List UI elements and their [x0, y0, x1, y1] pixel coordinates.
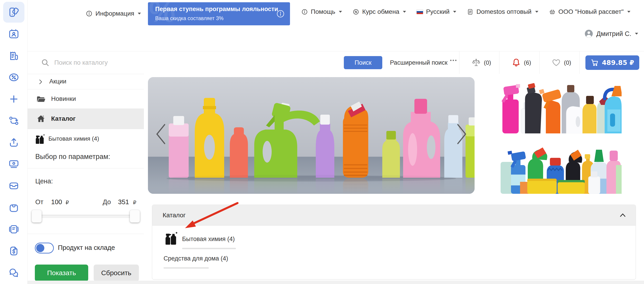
collapse-chevron-icon[interactable] — [620, 213, 626, 217]
household-chemicals-icon — [165, 231, 178, 246]
sidebar-item-label: Новинки — [51, 95, 76, 102]
divider — [539, 51, 540, 74]
sidebar-item-new[interactable]: Новинки — [28, 89, 144, 109]
sidebar-item-catalog[interactable]: Каталог — [28, 109, 144, 129]
reset-button[interactable]: Сбросить — [94, 264, 139, 281]
price-label: Цена: — [35, 178, 53, 185]
category-sidebar: Акции Новинки Каталог Бытовая химия (4) … — [28, 74, 144, 284]
price-slider-track[interactable] — [32, 215, 139, 218]
user-menu[interactable]: Дмитрий С. — [584, 29, 638, 38]
more-dots-icon — [450, 60, 456, 61]
banner-info-icon[interactable] — [276, 9, 285, 18]
receipt-icon — [8, 50, 20, 62]
cart-icon — [590, 58, 599, 67]
favorites-count: (0) — [564, 59, 571, 66]
search-button[interactable]: Поиск — [344, 56, 382, 69]
home-icon — [36, 114, 46, 124]
plus-icon — [8, 93, 20, 105]
compare-counter[interactable]: (0) — [463, 51, 499, 74]
nav-label: Помощь — [311, 8, 335, 16]
advanced-search-link[interactable]: Расширенный поиск — [390, 51, 456, 74]
notifications-count: (6) — [524, 59, 531, 66]
chevron-down-icon — [403, 11, 406, 13]
nav-item-pricelist[interactable]: Domestos оптовый — [467, 8, 538, 16]
nav-item-help[interactable]: Помощь — [301, 8, 342, 16]
banknote-icon — [8, 158, 20, 170]
document-icon — [467, 8, 474, 16]
upload-icon — [8, 136, 20, 148]
rail-item-billing[interactable] — [0, 240, 28, 262]
shopping-bag-icon — [8, 202, 20, 214]
rail-item-add[interactable] — [0, 88, 28, 110]
avatar-icon — [584, 29, 594, 38]
sidebar-item-promos[interactable]: Акции — [28, 74, 144, 89]
inbox-icon — [8, 180, 20, 192]
currency-symbol: ₽ — [66, 200, 69, 206]
heart-icon — [551, 58, 561, 68]
carousel-next-arrow[interactable] — [456, 123, 468, 145]
show-button[interactable]: Показать — [35, 264, 88, 281]
divider — [164, 267, 209, 268]
sidebar-item-chemistry[interactable]: Бытовая химия (4) — [28, 129, 144, 149]
cart-button[interactable]: 489.85 ₽ — [586, 56, 639, 70]
price-from-value[interactable]: 100 — [51, 198, 62, 206]
swap-arrows-icon — [8, 115, 20, 126]
rail-item-invoices[interactable] — [0, 45, 28, 66]
info-icon — [86, 10, 93, 17]
carousel-prev-arrow[interactable] — [155, 123, 166, 145]
sidebar-item-label: Акции — [49, 78, 66, 85]
rail-item-transfers[interactable] — [0, 110, 28, 132]
catalog-item-home-goods[interactable]: Средства для дома (4) — [164, 255, 228, 262]
carousel-slide-image — [148, 77, 474, 194]
currency-symbol: ₽ — [133, 200, 136, 206]
catalog-cards-icon — [8, 6, 20, 18]
search-row: Поиск Расширенный поиск (0) (6) (0) 489.… — [28, 51, 644, 74]
divider — [579, 51, 580, 74]
price-to-label: До — [103, 198, 111, 206]
filter-title: Выбор по параметрам: — [35, 153, 110, 161]
page-background-strip — [28, 280, 644, 284]
chevron-down-icon — [627, 11, 630, 13]
catalog-item-chemistry[interactable]: Бытовая химия (4) — [182, 236, 235, 242]
nav-item-company[interactable]: ООО "Новый рассвет" — [549, 8, 630, 16]
nav-item-language[interactable]: Русский — [416, 8, 456, 16]
contact-card-icon — [8, 28, 20, 40]
notifications-counter[interactable]: (6) — [503, 51, 539, 74]
rail-item-purchases[interactable] — [0, 197, 28, 218]
rail-item-news[interactable] — [0, 218, 28, 240]
top-nav: Помощь Курс обмена Русский Domestos опто… — [301, 8, 630, 16]
nav-label: Курс обмена — [362, 8, 399, 16]
rail-item-payments[interactable] — [0, 153, 28, 175]
basket-icon — [549, 8, 556, 16]
toggle-knob — [36, 244, 44, 252]
search-input[interactable] — [54, 54, 326, 72]
promo-image-bottom[interactable] — [498, 140, 622, 194]
loyalty-banner-subtitle: Ваша скидка составляет 3% — [155, 16, 224, 22]
price-slider-handle-max[interactable] — [130, 210, 140, 222]
stock-toggle[interactable] — [35, 242, 54, 254]
rail-item-chat[interactable] — [0, 262, 28, 284]
divider — [182, 248, 236, 249]
percent-oval-icon — [8, 72, 20, 83]
rail-item-promotions[interactable] — [0, 66, 28, 88]
rail-item-catalog[interactable] — [0, 1, 28, 23]
chevron-down-icon — [535, 11, 538, 13]
scales-icon — [471, 58, 481, 68]
nav-label: Domestos оптовый — [476, 8, 531, 16]
favorites-counter[interactable]: (0) — [543, 51, 579, 74]
price-slider-handle-min[interactable] — [32, 210, 42, 222]
information-menu[interactable]: Информация — [86, 8, 141, 19]
nav-item-exchange-rate[interactable]: Курс обмена — [352, 8, 406, 16]
divider — [499, 51, 500, 74]
flag-ru-icon — [416, 10, 423, 14]
compare-count: (0) — [484, 59, 491, 66]
percent-icon — [352, 8, 360, 16]
price-to-value[interactable]: 351 — [118, 198, 129, 206]
rail-item-inbox[interactable] — [0, 175, 28, 197]
promo-image-top[interactable] — [498, 80, 622, 134]
rail-item-contacts[interactable] — [0, 23, 28, 45]
info-icon — [301, 8, 308, 16]
stock-toggle-label: Продукт на складе — [58, 244, 115, 252]
chevron-right-icon — [39, 79, 42, 85]
rail-item-upload[interactable] — [0, 132, 28, 153]
